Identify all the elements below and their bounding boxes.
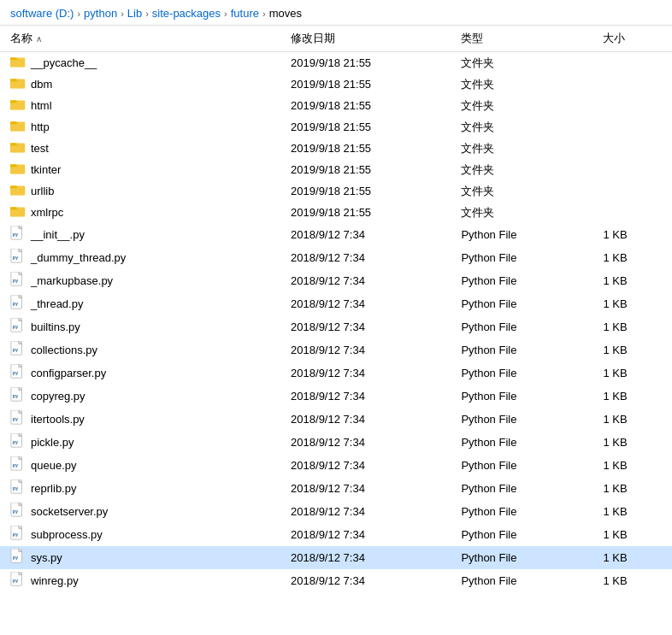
col-header-size[interactable]: 大小: [596, 26, 672, 52]
svg-text:py: py: [13, 532, 19, 538]
svg-rect-15: [10, 122, 17, 125]
table-row[interactable]: html2019/9/18 21:55文件夹: [0, 95, 672, 116]
svg-rect-10: [10, 102, 25, 109]
table-row[interactable]: py winreg.py2018/9/12 7:34Python File1 K…: [0, 569, 672, 592]
file-name: tkinter: [31, 163, 61, 176]
svg-text:py: py: [13, 393, 19, 399]
file-name: subprocess.py: [31, 528, 103, 541]
table-row[interactable]: test2019/9/18 21:55文件夹: [0, 138, 672, 159]
table-row[interactable]: py copyreg.py2018/9/12 7:34Python File1 …: [0, 385, 672, 408]
file-size: [596, 138, 672, 159]
svg-rect-27: [10, 186, 17, 189]
file-date: 2018/9/12 7:34: [284, 338, 454, 362]
file-name-cell: py subprocess.py: [10, 526, 103, 544]
file-name: html: [31, 99, 52, 112]
col-header-type[interactable]: 类型: [454, 26, 596, 52]
svg-text:py: py: [13, 485, 19, 491]
breadcrumb-item-site-packages[interactable]: site-packages: [152, 7, 221, 20]
col-header-date[interactable]: 修改日期: [284, 26, 454, 52]
svg-text:py: py: [13, 232, 19, 238]
table-row[interactable]: py builtins.py2018/9/12 7:34Python File1…: [0, 315, 672, 338]
file-name: configparser.py: [31, 367, 106, 379]
file-type: Python File: [454, 523, 596, 546]
table-row[interactable]: py itertools.py2018/9/12 7:34Python File…: [0, 408, 672, 431]
table-row[interactable]: py collections.py2018/9/12 7:34Python Fi…: [0, 338, 672, 362]
svg-text:py: py: [13, 255, 19, 261]
table-row[interactable]: urllib2019/9/18 21:55文件夹: [0, 180, 672, 202]
python-file-icon: py: [10, 526, 26, 541]
svg-text:py: py: [13, 278, 19, 284]
breadcrumb-separator: ›: [224, 9, 227, 19]
breadcrumb-item-future[interactable]: future: [231, 7, 259, 20]
file-name-cell: py pickle.py: [10, 433, 74, 451]
table-row[interactable]: py _markupbase.py2018/9/12 7:34Python Fi…: [0, 269, 672, 292]
breadcrumb-item-software-(D:)[interactable]: software (D:): [10, 7, 74, 20]
file-name: socketserver.py: [31, 505, 108, 518]
file-type: Python File: [454, 385, 596, 408]
col-header-name[interactable]: 名称 ∧: [0, 26, 284, 52]
table-row[interactable]: dbm2019/9/18 21:55文件夹: [0, 73, 672, 95]
table-row[interactable]: __pycache__2019/9/18 21:55文件夹: [0, 52, 672, 74]
file-name: builtins.py: [31, 320, 80, 333]
file-date: 2018/9/12 7:34: [284, 315, 454, 338]
breadcrumb-separator: ›: [121, 9, 124, 19]
table-row[interactable]: py reprlib.py2018/9/12 7:34Python File1 …: [0, 477, 672, 500]
table-row[interactable]: http2019/9/18 21:55文件夹: [0, 116, 672, 138]
file-date: 2018/9/12 7:34: [284, 223, 454, 246]
file-type: Python File: [454, 408, 596, 431]
table-row[interactable]: py subprocess.py2018/9/12 7:34Python Fil…: [0, 523, 672, 546]
python-file-icon: py: [10, 295, 26, 310]
svg-text:py: py: [13, 347, 19, 353]
file-date: 2019/9/18 21:55: [284, 159, 454, 180]
python-file-icon: py: [10, 410, 26, 426]
file-name: _markupbase.py: [31, 274, 113, 287]
file-name-cell: py builtins.py: [10, 318, 80, 336]
table-row[interactable]: tkinter2019/9/18 21:55文件夹: [0, 159, 672, 180]
sort-arrow: ∧: [36, 34, 42, 44]
svg-text:py: py: [13, 509, 19, 514]
breadcrumb-item-python[interactable]: python: [84, 7, 117, 20]
file-date: 2018/9/12 7:34: [284, 362, 454, 385]
svg-rect-19: [10, 144, 17, 146]
file-type: Python File: [454, 223, 596, 246]
table-row[interactable]: py socketserver.py2018/9/12 7:34Python F…: [0, 500, 672, 523]
folder-icon: [10, 204, 26, 218]
svg-rect-26: [10, 187, 25, 195]
file-name: __pycache__: [31, 56, 97, 69]
file-name-cell: xmlrpc: [10, 204, 63, 220]
svg-rect-30: [10, 209, 25, 216]
file-type: 文件夹: [454, 159, 596, 180]
file-name-cell: py itertools.py: [10, 410, 85, 428]
svg-rect-22: [10, 166, 25, 173]
table-row[interactable]: py _thread.py2018/9/12 7:34Python File1 …: [0, 292, 672, 315]
file-type: 文件夹: [454, 95, 596, 116]
file-name-cell: py sys.py: [10, 549, 62, 567]
file-size: [596, 159, 672, 180]
file-name: _thread.py: [31, 297, 83, 310]
file-type: 文件夹: [454, 116, 596, 138]
table-row[interactable]: py queue.py2018/9/12 7:34Python File1 KB: [0, 454, 672, 477]
python-file-icon: py: [10, 249, 26, 264]
file-size: 1 KB: [596, 385, 672, 408]
file-date: 2018/9/12 7:34: [284, 431, 454, 454]
table-row[interactable]: py configparser.py2018/9/12 7:34Python F…: [0, 362, 672, 385]
file-size: 1 KB: [596, 431, 672, 454]
file-table: 名称 ∧ 修改日期 类型 大小 __pycache__2019/9/18 21:…: [0, 26, 672, 592]
table-row[interactable]: py sys.py2018/9/12 7:34Python File1 KB: [0, 546, 672, 569]
table-row[interactable]: py _dummy_thread.py2018/9/12 7:34Python …: [0, 246, 672, 269]
file-size: 1 KB: [596, 569, 672, 592]
svg-rect-6: [10, 80, 25, 88]
file-name: xmlrpc: [31, 206, 63, 219]
breadcrumb-item-Lib[interactable]: Lib: [127, 7, 142, 20]
python-file-icon: py: [10, 318, 26, 333]
table-row[interactable]: py pickle.py2018/9/12 7:34Python File1 K…: [0, 431, 672, 454]
file-name-cell: html: [10, 97, 52, 114]
file-size: 1 KB: [596, 477, 672, 500]
svg-rect-2: [10, 59, 25, 67]
file-type: Python File: [454, 569, 596, 592]
table-row[interactable]: py __init__.py2018/9/12 7:34Python File1…: [0, 223, 672, 246]
table-row[interactable]: xmlrpc2019/9/18 21:55文件夹: [0, 202, 672, 223]
file-size: 1 KB: [596, 246, 672, 269]
file-size: 1 KB: [596, 223, 672, 246]
file-date: 2019/9/18 21:55: [284, 202, 454, 223]
